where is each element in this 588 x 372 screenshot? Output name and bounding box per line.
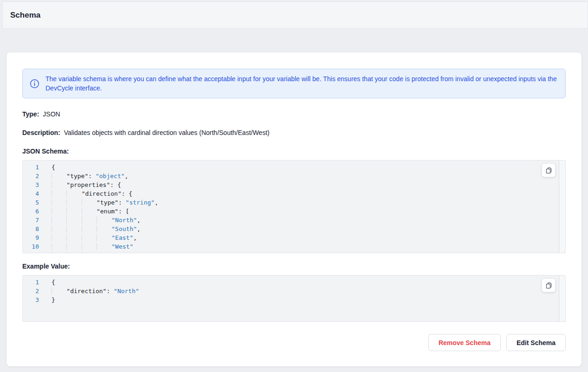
- line-number: 6: [23, 207, 39, 216]
- vertical-scrollbar[interactable]: [559, 160, 565, 253]
- line-number-gutter: 1234567891011: [23, 163, 43, 253]
- code-line: "type": "string",: [52, 198, 158, 207]
- edit-schema-button[interactable]: Edit Schema: [506, 334, 566, 351]
- code-line: "South",: [52, 224, 158, 233]
- line-number: 7: [23, 216, 39, 224]
- code-line: }: [52, 295, 139, 304]
- code-line: "enum": [: [52, 207, 158, 216]
- remove-schema-button[interactable]: Remove Schema: [428, 334, 501, 351]
- description-value: Validates objects with cardinal directio…: [64, 129, 270, 136]
- line-number: 3: [23, 295, 39, 304]
- description-label: Description:: [22, 129, 60, 136]
- schema-card: The variable schema is where you can def…: [6, 52, 582, 366]
- action-buttons: Remove Schema Edit Schema: [428, 334, 566, 351]
- code-line: "North",: [52, 216, 158, 224]
- resize-grip-icon[interactable]: [560, 250, 566, 253]
- json-schema-editor[interactable]: 1234567891011 { "type": "object", "prope…: [22, 160, 566, 253]
- line-number: 2: [23, 287, 39, 295]
- line-number: 9: [23, 233, 39, 242]
- line-number: 5: [23, 198, 39, 207]
- code-pane[interactable]: { "type": "object", "properties": { "dir…: [43, 163, 158, 253]
- info-alert: The variable schema is where you can def…: [22, 69, 566, 98]
- page-title: Schema: [10, 11, 40, 20]
- code-line: "East",: [52, 233, 158, 242]
- example-value-editor-content[interactable]: 123 { "direction": "North"}: [23, 276, 565, 321]
- code-line: "direction": {: [52, 189, 158, 198]
- copy-icon[interactable]: [542, 163, 556, 177]
- example-value-editor[interactable]: 123 { "direction": "North"}: [22, 275, 566, 322]
- resize-grip-icon[interactable]: [560, 318, 566, 322]
- code-line: "West": [52, 242, 158, 251]
- code-line: "direction": "North": [52, 287, 139, 295]
- info-circle-icon: [30, 79, 39, 89]
- line-number: 1: [23, 278, 39, 287]
- json-schema-label: JSON Schema:: [22, 148, 566, 155]
- code-line: {: [52, 163, 158, 172]
- code-line: "properties": {: [52, 180, 158, 189]
- info-alert-text: The variable schema is where you can def…: [45, 74, 558, 93]
- json-schema-editor-content[interactable]: 1234567891011 { "type": "object", "prope…: [23, 160, 565, 253]
- copy-icon[interactable]: [542, 278, 556, 292]
- page-header: Schema: [2, 1, 588, 29]
- line-number-gutter: 123: [23, 278, 43, 321]
- line-number: 4: [23, 189, 39, 198]
- line-number: 2: [23, 172, 39, 180]
- type-value: JSON: [43, 110, 60, 118]
- example-value-label: Example Value:: [22, 263, 566, 270]
- code-line: "type": "object",: [52, 172, 158, 180]
- description-row: Description:Validates objects with cardi…: [22, 129, 566, 136]
- type-row: Type:JSON: [22, 110, 566, 118]
- line-number: 3: [23, 180, 39, 189]
- line-number: 8: [23, 224, 39, 233]
- line-number: 1: [23, 163, 39, 172]
- line-number: 11: [23, 251, 39, 253]
- type-label: Type:: [22, 110, 39, 118]
- vertical-scrollbar[interactable]: [559, 276, 565, 321]
- code-pane[interactable]: { "direction": "North"}: [43, 278, 139, 321]
- code-line: ]: [52, 251, 158, 253]
- line-number: 10: [23, 242, 39, 251]
- code-line: {: [52, 278, 139, 287]
